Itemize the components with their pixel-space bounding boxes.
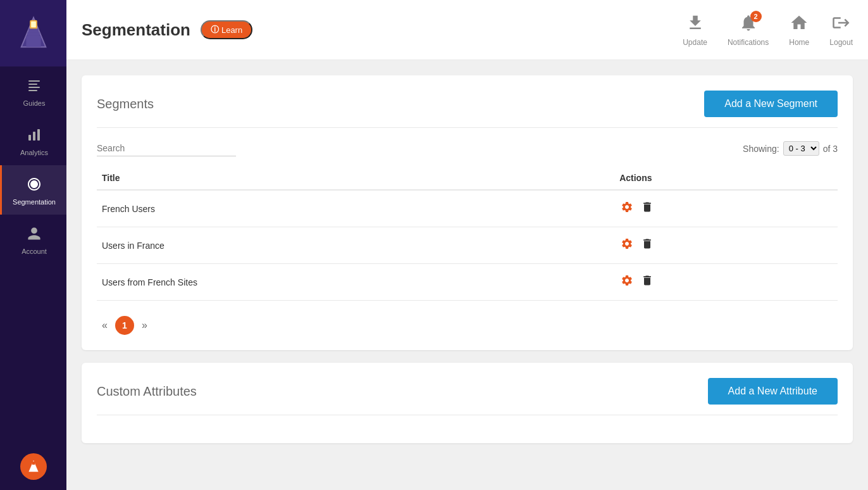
home-action[interactable]: Home bbox=[789, 13, 809, 47]
sidebar-item-analytics[interactable]: Analytics bbox=[0, 116, 66, 165]
content-area: Segments Add a New Segment Showing: 0 - … bbox=[66, 60, 868, 490]
svg-rect-9 bbox=[28, 90, 37, 91]
pagination-next[interactable]: » bbox=[137, 317, 152, 334]
search-input[interactable] bbox=[97, 141, 236, 156]
segments-card: Segments Add a New Segment Showing: 0 - … bbox=[82, 75, 853, 350]
account-icon bbox=[27, 226, 42, 245]
svg-rect-6 bbox=[28, 80, 40, 82]
segmentation-icon bbox=[27, 177, 42, 196]
segment-actions bbox=[614, 227, 838, 264]
pagination-current[interactable]: 1 bbox=[115, 316, 134, 335]
notification-badge: 2 bbox=[750, 11, 762, 22]
segment-title: French Users bbox=[97, 190, 614, 227]
sidebar-item-guides-label: Guides bbox=[23, 99, 46, 107]
analytics-icon bbox=[27, 127, 42, 146]
svg-rect-12 bbox=[37, 129, 40, 141]
attributes-card: Custom Attributes Add a New Attribute bbox=[82, 363, 853, 443]
of-label: of 3 bbox=[823, 144, 838, 154]
segments-card-header: Segments Add a New Segment bbox=[97, 91, 838, 128]
add-new-attribute-button[interactable]: Add a New Attribute bbox=[708, 378, 838, 405]
notifications-action[interactable]: 2 Notifications bbox=[728, 13, 769, 47]
pagination: « 1 » bbox=[97, 311, 838, 335]
update-label: Update bbox=[683, 38, 707, 47]
svg-rect-11 bbox=[33, 132, 35, 141]
attributes-title: Custom Attributes bbox=[97, 384, 197, 399]
table-row: Users from French Sites bbox=[97, 264, 838, 301]
header: Segmentation ⓘ Learn Update 2 Notificati… bbox=[66, 0, 868, 60]
gear-button[interactable] bbox=[619, 199, 635, 218]
svg-rect-10 bbox=[28, 135, 31, 141]
table-row: Users in France bbox=[97, 227, 838, 264]
svg-rect-14 bbox=[32, 462, 34, 465]
segments-title: Segments bbox=[97, 97, 154, 111]
svg-rect-2 bbox=[28, 28, 38, 32]
sidebar-item-account[interactable]: Account bbox=[0, 215, 66, 264]
svg-rect-5 bbox=[31, 21, 36, 27]
sidebar-item-segmentation[interactable]: Segmentation bbox=[0, 165, 66, 215]
svg-rect-3 bbox=[27, 32, 39, 36]
segment-title: Users in France bbox=[97, 227, 614, 264]
svg-rect-8 bbox=[28, 87, 40, 88]
pagination-prev[interactable]: « bbox=[97, 317, 113, 334]
table-row: French Users bbox=[97, 190, 838, 227]
info-icon: ⓘ bbox=[211, 24, 219, 35]
sidebar-item-guides[interactable]: Guides bbox=[0, 66, 66, 116]
bell-icon: 2 bbox=[739, 13, 758, 37]
sidebar-bottom-icon bbox=[20, 453, 47, 480]
table-controls: Showing: 0 - 3 of 3 bbox=[97, 141, 838, 156]
logo-icon bbox=[15, 15, 52, 52]
sidebar-item-segmentation-label: Segmentation bbox=[13, 198, 56, 206]
sidebar-logo bbox=[0, 0, 66, 66]
gear-button[interactable] bbox=[619, 236, 635, 254]
home-icon bbox=[790, 13, 809, 37]
sidebar-item-account-label: Account bbox=[22, 248, 47, 255]
guides-icon bbox=[27, 78, 42, 97]
sidebar: Guides Analytics Segmentation Account bbox=[0, 0, 66, 490]
sidebar-bottom bbox=[20, 453, 47, 490]
showing-select[interactable]: 0 - 3 bbox=[783, 141, 819, 156]
svg-rect-7 bbox=[28, 84, 37, 85]
delete-button[interactable] bbox=[640, 199, 655, 218]
gear-button[interactable] bbox=[619, 273, 635, 291]
segments-table: Title Actions French Users bbox=[97, 166, 838, 301]
logout-action[interactable]: Logout bbox=[829, 13, 853, 47]
main-area: Segmentation ⓘ Learn Update 2 Notificati… bbox=[66, 0, 868, 490]
attributes-card-header: Custom Attributes Add a New Attribute bbox=[97, 378, 838, 415]
showing-text: Showing: 0 - 3 of 3 bbox=[743, 141, 838, 156]
update-action[interactable]: Update bbox=[683, 13, 707, 47]
sidebar-item-analytics-label: Analytics bbox=[20, 149, 48, 156]
delete-button[interactable] bbox=[640, 273, 655, 291]
page-title: Segmentation bbox=[82, 20, 190, 40]
segment-title: Users from French Sites bbox=[97, 264, 614, 301]
logout-icon bbox=[832, 13, 851, 37]
segment-actions bbox=[614, 190, 838, 227]
showing-label: Showing: bbox=[743, 144, 779, 154]
segment-actions bbox=[614, 264, 838, 301]
upload-icon bbox=[686, 13, 705, 37]
notifications-label: Notifications bbox=[728, 38, 769, 47]
header-actions: Update 2 Notifications Home bbox=[683, 13, 853, 47]
svg-rect-4 bbox=[26, 35, 40, 46]
col-title: Title bbox=[97, 166, 614, 190]
learn-label: Learn bbox=[221, 25, 242, 35]
logout-label: Logout bbox=[829, 38, 853, 47]
col-actions: Actions bbox=[614, 166, 838, 190]
home-label: Home bbox=[789, 38, 809, 47]
add-new-segment-button[interactable]: Add a New Segment bbox=[704, 91, 838, 117]
delete-button[interactable] bbox=[640, 236, 655, 254]
learn-button[interactable]: ⓘ Learn bbox=[201, 20, 252, 39]
